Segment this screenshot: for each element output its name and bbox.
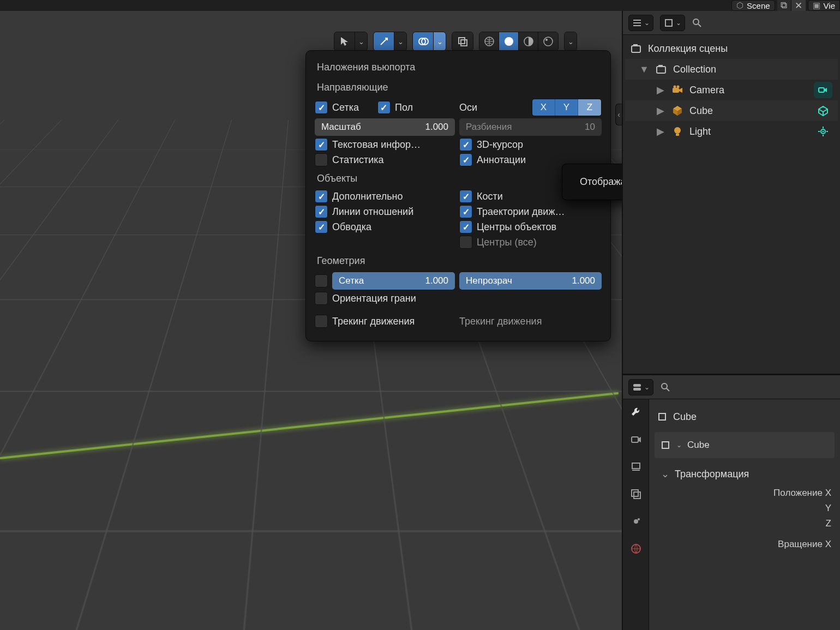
location-y-label: Y: [689, 503, 831, 514]
location-z-label: Z: [689, 518, 831, 529]
face-orientation-checkbox[interactable]: [315, 292, 328, 305]
mesh-data-icon[interactable]: [814, 103, 832, 119]
rel-lines-checkbox[interactable]: [315, 205, 328, 218]
outliner: ⌄ ⌄ Коллекция сцены ▼ Coll: [623, 11, 840, 375]
collection-icon: [653, 62, 669, 77]
camera-data-icon[interactable]: [814, 82, 832, 98]
tree-scene-collection[interactable]: Коллекция сцены: [625, 38, 838, 59]
outliner-mode-dropdown[interactable]: ⌄: [628, 15, 653, 31]
viewlayer-selector[interactable]: ▣ Vie: [808, 0, 840, 11]
svg-point-37: [638, 518, 640, 520]
scene-close-button[interactable]: ✕: [791, 0, 806, 11]
selectability-dropdown[interactable]: ⌄: [334, 32, 368, 51]
svg-rect-32: [632, 463, 640, 469]
axis-x-button[interactable]: X: [532, 99, 555, 116]
subdivisions-field[interactable]: Разбиения 10: [459, 118, 602, 136]
properties-body: Cube ⌄ Cube Трансформация Положение X Y …: [649, 375, 840, 630]
light-data-icon[interactable]: [814, 123, 832, 140]
annotations-label: Аннотации: [477, 154, 526, 166]
scene-copy-button[interactable]: ⧉: [777, 0, 791, 11]
svg-point-7: [544, 37, 553, 46]
properties-header: ⌄: [623, 375, 840, 399]
top-bar: ⬡ Scene ⧉ ✕ ▣ Vie: [0, 0, 840, 11]
opacity-field[interactable]: Непрозрач 1.000: [459, 272, 602, 290]
shading-solid-icon[interactable]: [499, 32, 519, 51]
cursor3d-checkbox[interactable]: [459, 138, 472, 151]
gizmo-button[interactable]: ⌄: [373, 32, 407, 51]
svg-rect-35: [634, 492, 640, 499]
scale-field[interactable]: Масштаб 1.000: [315, 118, 455, 136]
statistics-checkbox[interactable]: [315, 153, 328, 166]
extras-checkbox[interactable]: [315, 190, 328, 203]
floor-checkbox[interactable]: [377, 101, 391, 114]
geometry-header: Геометрия: [317, 255, 599, 267]
outliner-display-dropdown[interactable]: ⌄: [660, 15, 685, 31]
chevron-right-icon[interactable]: ▶: [656, 105, 665, 117]
axis-y-button[interactable]: Y: [555, 99, 578, 116]
svg-rect-10: [633, 22, 641, 23]
tab-viewlayer-icon[interactable]: [628, 487, 644, 502]
object-centers-checkbox[interactable]: [459, 220, 472, 233]
svg-point-20: [674, 86, 676, 88]
tab-render-icon[interactable]: [628, 432, 644, 447]
svg-point-8: [545, 39, 548, 41]
rotation-x-label: Вращение X: [689, 539, 831, 550]
motion-paths-checkbox[interactable]: [459, 205, 472, 218]
object-icon: [660, 440, 671, 451]
properties-mode-dropdown[interactable]: ⌄: [628, 379, 653, 395]
svg-rect-2: [459, 38, 465, 44]
outliner-tree: Коллекция сцены ▼ Collection ▶ Camera: [623, 35, 840, 145]
scene-name: Scene: [747, 1, 770, 10]
chevron-right-icon[interactable]: ▶: [656, 84, 665, 96]
tab-scene-icon[interactable]: [628, 541, 644, 556]
tab-output-icon[interactable]: [628, 459, 644, 475]
svg-point-23: [674, 127, 681, 134]
guides-header: Направляющие: [317, 82, 599, 93]
statistics-label: Статистика: [332, 154, 384, 166]
viewlayer-name: Vie: [824, 1, 835, 10]
annotations-checkbox[interactable]: [459, 153, 472, 166]
svg-rect-27: [633, 384, 641, 387]
axes-label: Оси: [459, 102, 477, 113]
xray-button[interactable]: [452, 32, 473, 51]
camera-icon: [670, 82, 685, 98]
chevron-down-icon[interactable]: ▼: [639, 64, 649, 75]
scene-selector[interactable]: ⬡ Scene: [731, 0, 775, 11]
outline-checkbox[interactable]: [315, 220, 328, 233]
chevron-right-icon[interactable]: ▶: [656, 125, 665, 137]
tree-cube[interactable]: ▶ Cube: [625, 100, 838, 121]
svg-rect-34: [632, 490, 638, 496]
outliner-search[interactable]: [692, 17, 835, 28]
bones-checkbox[interactable]: [459, 190, 472, 203]
tab-world-icon[interactable]: [628, 514, 644, 529]
wireframe-opacity-field[interactable]: Сетка 1.000: [332, 272, 455, 290]
overlays-button[interactable]: ⌄: [412, 32, 446, 51]
centers-all-checkbox[interactable]: [459, 236, 472, 249]
shading-rendered-icon[interactable]: [538, 32, 558, 51]
right-column: ⌄ ⌄ Коллекция сцены ▼ Coll: [622, 11, 840, 630]
transform-panel-title[interactable]: Трансформация: [649, 458, 840, 485]
grid-label: Сетка: [332, 102, 359, 113]
grid-checkbox[interactable]: [315, 101, 328, 114]
svg-rect-18: [658, 65, 663, 67]
wireframe-checkbox[interactable]: [315, 274, 328, 287]
properties-panel: ⌄ Cube ⌄ Cube Трансформация: [623, 375, 840, 630]
shading-mode[interactable]: [479, 32, 559, 51]
properties-search[interactable]: [660, 382, 835, 393]
tree-camera[interactable]: ▶ Camera: [625, 80, 838, 100]
tree-light[interactable]: ▶ Light: [625, 121, 838, 142]
tree-collection[interactable]: ▼ Collection: [625, 59, 838, 80]
shading-dropdown[interactable]: ⌄: [564, 32, 577, 51]
motion-tracking-checkbox[interactable]: [315, 315, 328, 328]
svg-rect-17: [657, 67, 665, 73]
axis-z-button[interactable]: Z: [578, 99, 601, 116]
object-name-field[interactable]: ⌄ Cube: [655, 432, 835, 458]
tab-tool-icon[interactable]: [628, 405, 644, 420]
axes-buttons: X Y Z: [532, 99, 602, 116]
svg-rect-3: [461, 40, 467, 46]
cursor3d-label: 3D-курсор: [477, 139, 523, 151]
viewport-sidebar-toggle[interactable]: ‹: [615, 104, 622, 125]
shading-wireframe-icon[interactable]: [479, 32, 499, 51]
textinfo-checkbox[interactable]: [315, 138, 328, 151]
shading-matpreview-icon[interactable]: [519, 32, 538, 51]
